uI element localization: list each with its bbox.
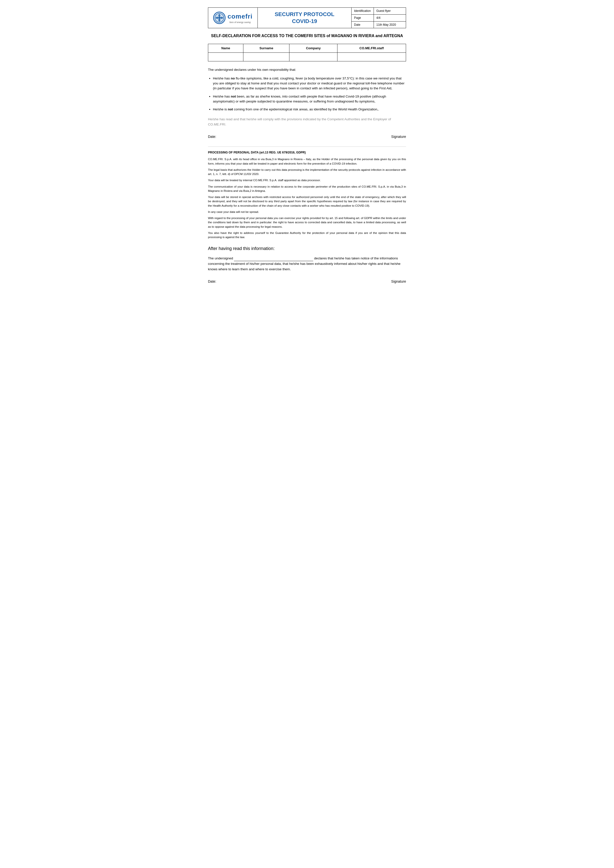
personal-info-table: Name Surname Company CO.ME.FRI.staff	[208, 44, 406, 61]
date-field-1: Date:	[208, 134, 216, 140]
document-info: Identification Guest flyer Page 4/4 Date…	[351, 8, 406, 28]
date-field-2: Date:	[208, 279, 216, 284]
gdpr-title: PROCESSING OF PERSONAL DATA (art.13 REG.…	[208, 150, 406, 155]
date-label: Date	[352, 22, 374, 28]
logo: comefri fans of energy saving	[213, 12, 253, 24]
gdpr-para-7: With regard to the processing of your pe…	[208, 216, 406, 229]
table-data-row	[208, 53, 406, 61]
signature-field-2: Signature	[391, 279, 406, 284]
page-label: Page	[352, 15, 374, 21]
staff-header: CO.ME.FRI.staff	[337, 44, 406, 53]
gdpr-para-8: You also have the right to address yours…	[208, 231, 406, 240]
gdpr-section: PROCESSING OF PERSONAL DATA (art.13 REG.…	[208, 147, 406, 239]
page-container: comefri fans of energy saving SECURITY P…	[195, 0, 419, 296]
page-title: SELF-DECLARATION FOR ACCESS TO THE COMEF…	[208, 33, 406, 39]
gdpr-para-4: The communication of your data is necess…	[208, 184, 406, 193]
gdpr-para-6: In any case your data will not be spread…	[208, 210, 406, 214]
undersigned-prefix: The undersigned	[208, 256, 233, 260]
page-value: 4/4	[374, 15, 406, 21]
identification-label: Identification	[352, 8, 374, 14]
date-row: Date 11th May 2020	[352, 22, 406, 28]
logo-section: comefri fans of energy saving	[208, 8, 258, 28]
signature-field-1: Signature	[391, 134, 406, 140]
staff-cell[interactable]	[337, 53, 406, 61]
fan-icon	[214, 13, 224, 23]
name-cell[interactable]	[208, 53, 243, 61]
bullet-3: He/she is not coming from one of the epi…	[213, 107, 406, 112]
bullet-2: He/she has not been, as far as she/he kn…	[213, 94, 406, 104]
logo-circle-icon	[213, 12, 226, 24]
declaration-bullets: He/she has no flu-like symptoms, like a …	[213, 76, 406, 112]
page-row: Page 4/4	[352, 15, 406, 22]
identification-value: Guest flyer	[374, 8, 406, 14]
date-value: 11th May 2020	[374, 22, 406, 28]
company-name: comefri	[228, 12, 253, 21]
signature-row-1: Date: Signature	[208, 134, 406, 140]
undersigned-line: The undersigned declares that he/she has…	[208, 256, 406, 272]
gdpr-para-1: CO.ME.FRI. S.p.A. with its head office i…	[208, 157, 406, 166]
document-title: SECURITY PROTOCOL COVID-19	[274, 11, 334, 25]
compliance-text: He/she has read and that he/she will com…	[208, 117, 406, 127]
table-header-row: Name Surname Company CO.ME.FRI.staff	[208, 44, 406, 53]
identification-row: Identification Guest flyer	[352, 8, 406, 15]
surname-cell[interactable]	[243, 53, 290, 61]
bullet-1: He/she has no flu-like symptoms, like a …	[213, 76, 406, 91]
surname-header: Surname	[243, 44, 290, 53]
document-title-section: SECURITY PROTOCOL COVID-19	[258, 8, 351, 28]
declaration-intro: The undersigned declares under his own r…	[208, 68, 406, 72]
company-cell[interactable]	[290, 53, 338, 61]
signature-row-2: Date: Signature	[208, 279, 406, 284]
name-header: Name	[208, 44, 243, 53]
gdpr-para-5: Your data will be stored in special arch…	[208, 195, 406, 208]
undersigned-blank-line[interactable]	[234, 256, 313, 261]
company-tagline: fans of energy saving	[228, 21, 253, 24]
after-reading-title: After having read this information:	[208, 245, 406, 252]
gdpr-para-2: The legal basis that authorizes the Hold…	[208, 168, 406, 177]
gdpr-para-3: Your data will be treated by internal CO…	[208, 178, 406, 183]
company-header: Company	[290, 44, 338, 53]
after-reading-section: After having read this information: The …	[208, 245, 406, 272]
header: comefri fans of energy saving SECURITY P…	[208, 8, 406, 28]
